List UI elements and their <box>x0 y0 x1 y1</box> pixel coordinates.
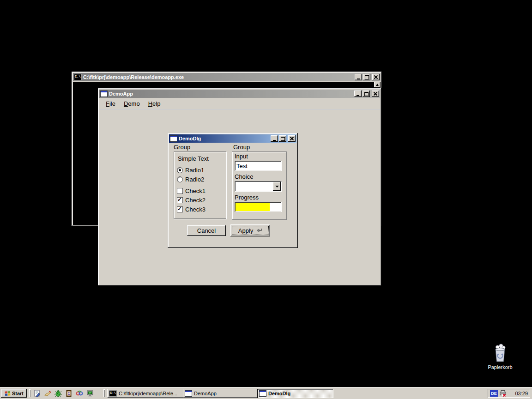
progress-label: Progress <box>235 194 259 201</box>
radio-radio2[interactable]: Radio2 <box>177 176 204 182</box>
windows-logo-icon <box>4 390 11 397</box>
task-button-label: C:\fltk\prj\demoapp\Rele... <box>119 391 177 396</box>
task-button-demoapp[interactable]: DemoApp <box>183 389 259 398</box>
arrow-down-icon <box>275 186 279 187</box>
task-button-demodlg[interactable]: DemoDlg <box>257 389 333 398</box>
start-button[interactable]: Start <box>1 389 27 398</box>
menu-file[interactable]: File <box>103 99 118 108</box>
maximize-icon <box>281 137 285 141</box>
cancel-button-label: Cancel <box>197 227 216 234</box>
radio-label: Radio1 <box>185 167 204 174</box>
demodlg-window[interactable]: DemoDlg Group Simple Text Radio1 Radio2 … <box>168 133 298 248</box>
enter-key-icon <box>256 228 262 233</box>
task-button-label: DemoDlg <box>268 391 290 396</box>
menubar: File Demo Help <box>99 98 380 109</box>
checkbox-check1[interactable]: Check1 <box>177 187 206 194</box>
console-close-button[interactable] <box>372 74 380 80</box>
window-icon <box>100 91 108 97</box>
desktop: C:\ C:\fltk\prj\demoapp\Release\demoapp.… <box>0 0 532 399</box>
minimize-icon <box>273 140 276 141</box>
close-icon <box>374 92 377 96</box>
bug-icon <box>54 390 62 397</box>
demodlg-close-button[interactable] <box>288 135 296 142</box>
close-icon <box>290 137 294 140</box>
demodlg-maximize-button[interactable] <box>279 135 286 142</box>
edit-document-icon <box>33 390 41 397</box>
start-button-label: Start <box>12 391 24 396</box>
ms-dos-icon-glyph: C:\ <box>110 391 116 395</box>
checkbox-icon[interactable] <box>177 188 183 194</box>
input-label: Input <box>235 153 248 160</box>
demodlg-minimize-button[interactable] <box>271 135 278 142</box>
quicklaunch-visual-studio-icon[interactable] <box>75 389 84 397</box>
maximize-icon <box>364 92 369 96</box>
minimize-icon <box>357 95 359 96</box>
scroll-up-button[interactable] <box>374 82 381 88</box>
checkbox-check2[interactable]: Check2 <box>177 197 206 203</box>
window-icon <box>259 390 266 397</box>
demoapp-close-button[interactable] <box>372 91 379 97</box>
menu-help-mnemonic: H <box>148 100 152 107</box>
task-button-console[interactable]: C:\ C:\fltk\prj\demoapp\Rele... <box>107 389 184 398</box>
menu-help-label: elp <box>152 100 160 107</box>
checkbox-icon[interactable] <box>177 206 183 212</box>
radio-button-icon[interactable] <box>177 167 183 173</box>
input-field[interactable] <box>235 161 282 171</box>
demodlg-titlebar[interactable]: DemoDlg <box>169 134 296 143</box>
checkbox-check3[interactable]: Check3 <box>177 206 206 212</box>
taskbar-divider[interactable] <box>103 389 105 397</box>
quicklaunch-bug-icon[interactable] <box>54 389 62 397</box>
group-label-left: Group <box>174 144 190 151</box>
maximize-icon <box>365 75 369 79</box>
apply-button[interactable]: Apply <box>230 224 270 236</box>
demoapp-titlebar[interactable]: DemoApp <box>99 90 380 98</box>
console-minimize-button[interactable] <box>355 74 362 80</box>
radio-button-icon[interactable] <box>177 176 183 182</box>
address-book-icon <box>65 390 73 397</box>
demoapp-maximize-button[interactable] <box>363 91 370 97</box>
apply-button-label: Apply <box>238 227 254 234</box>
desktop-icon-label: Papierkorb <box>488 364 512 370</box>
progress-bar <box>235 202 282 212</box>
choice-select[interactable] <box>235 181 282 192</box>
desktop-icon-papierkorb[interactable]: Papierkorb <box>482 344 519 370</box>
demodlg-title: DemoDlg <box>179 136 270 141</box>
checkbox-label: Check1 <box>185 187 206 194</box>
console-title: C:\fltk\prj\demoapp\Release\demoapp.exe <box>83 74 354 80</box>
taskbar-clock[interactable]: 03:29 <box>515 391 528 396</box>
console-titlebar[interactable]: C:\ C:\fltk\prj\demoapp\Release\demoapp.… <box>73 73 381 81</box>
menu-demo[interactable]: Demo <box>121 99 142 108</box>
task-button-label: DemoApp <box>194 391 217 396</box>
close-icon <box>374 75 378 79</box>
menu-help[interactable]: Help <box>146 99 163 108</box>
taskbar-divider[interactable] <box>29 389 30 397</box>
console-maximize-button[interactable] <box>363 74 370 80</box>
chevron-down-icon[interactable] <box>273 182 281 191</box>
ms-dos-icon: C:\ <box>74 74 82 80</box>
quicklaunch-hand-pen-icon[interactable] <box>43 389 52 397</box>
minimize-icon <box>357 79 360 79</box>
checkbox-icon[interactable] <box>177 197 183 203</box>
menu-demo-mnemonic: D <box>124 100 128 107</box>
arrow-up-icon <box>376 84 379 86</box>
progress-fill <box>236 203 270 211</box>
terminal-computer-icon <box>86 390 94 397</box>
menu-demo-label: emo <box>128 100 139 107</box>
window-icon <box>185 390 192 397</box>
quicklaunch-edit-document-icon[interactable] <box>33 389 41 397</box>
language-indicator[interactable]: DE <box>490 390 498 397</box>
hand-pen-icon <box>44 390 51 397</box>
window-icon <box>170 135 177 142</box>
taskbar: Start <box>0 387 532 399</box>
demodlg-content: Group Simple Text Radio1 Radio2 Check1 C… <box>169 143 296 247</box>
menu-file-mnemonic: F <box>106 100 109 107</box>
radio-radio1[interactable]: Radio1 <box>177 167 204 173</box>
recycle-bin-icon <box>491 344 509 363</box>
quicklaunch-terminal-icon[interactable] <box>86 389 94 397</box>
system-tray: DE 03:29 <box>488 389 530 398</box>
quicklaunch-address-book-icon[interactable] <box>65 389 73 397</box>
radio-label: Radio2 <box>185 176 204 183</box>
printer-error-icon[interactable] <box>499 390 507 397</box>
demoapp-minimize-button[interactable] <box>354 91 362 97</box>
cancel-button[interactable]: Cancel <box>187 225 226 236</box>
